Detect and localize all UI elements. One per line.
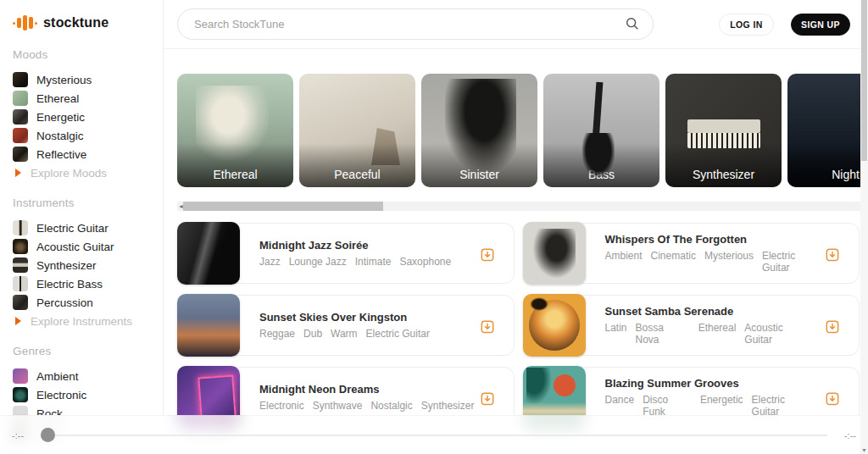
instrument-percussion-thumb-icon (13, 295, 28, 310)
sidebar-item-synthesizer[interactable]: Synthesizer (13, 256, 163, 274)
track-thumbnail[interactable] (177, 294, 240, 357)
carousel-card-label: Bass (543, 168, 659, 181)
carousel-scrollbar[interactable]: ◄ ► (177, 202, 866, 211)
page-scrollbar-thumb[interactable] (861, 0, 867, 161)
track-tag[interactable]: Reggae (259, 328, 295, 340)
sidebar-item-electronic[interactable]: Electronic (13, 385, 163, 404)
track-tags: Electronic Synthwave Nostalgic Synthesiz… (259, 400, 474, 412)
track-tag[interactable]: Warm (331, 328, 358, 340)
mood-mysterious-thumb-icon (13, 72, 28, 87)
player-duration-time: -:-- (834, 430, 856, 440)
sidebar-item-label: Nostalgic (36, 130, 84, 142)
track-tag[interactable]: Dub (303, 328, 322, 340)
app-window: stocktune Moods Mysterious Ethereal Ener… (0, 0, 868, 454)
mood-energetic-thumb-icon (13, 109, 28, 125)
sidebar-item-label: Ethereal (36, 92, 79, 105)
track-card[interactable]: Sunset Skies Over Kingston Reggae Dub Wa… (209, 295, 515, 356)
track-tag[interactable]: Saxophone (399, 256, 451, 268)
track-row-midnight-jazz-soiree: Midnight Jazz Soirée Jazz Lounge Jazz In… (177, 222, 515, 285)
track-tag[interactable]: Electric Guitar (762, 250, 813, 274)
track-card[interactable]: Midnight Jazz Soirée Jazz Lounge Jazz In… (209, 223, 515, 284)
sidebar-item-electric-guitar[interactable]: Electric Guitar (13, 219, 163, 237)
track-tag[interactable]: Synthesizer (421, 400, 475, 412)
chevron-down-icon[interactable]: ▼ (860, 447, 868, 453)
sidebar-item-ambient[interactable]: Ambient (13, 367, 163, 385)
track-tag[interactable]: Cinematic (651, 250, 696, 274)
download-icon[interactable] (479, 318, 496, 335)
play-triangle-icon (15, 317, 21, 325)
section-title-instruments: Instruments (13, 197, 163, 209)
track-tags: Ambient Cinematic Mysterious Electric Gu… (605, 250, 814, 274)
player-seek-track[interactable] (41, 435, 827, 436)
player-seek-slider[interactable] (41, 428, 827, 442)
track-tags: Latin Bossa Nova Ethereal Acoustic Guita… (605, 322, 814, 346)
track-title: Blazing Summer Grooves (605, 377, 814, 390)
sidebar-item-explore-instruments[interactable]: Explore Instruments (13, 312, 163, 330)
carousel-card-sinister[interactable]: Sinister (421, 74, 537, 187)
carousel-scrollbar-thumb[interactable] (183, 202, 383, 211)
carousel-card-bass[interactable]: Bass (543, 74, 659, 187)
logo-icon (13, 15, 37, 30)
track-tag[interactable]: Jazz (259, 256, 281, 268)
carousel-card-synthesizer[interactable]: Synthesizer (665, 74, 782, 187)
track-tag[interactable]: Mysterious (704, 250, 754, 274)
track-tag[interactable]: Energetic (700, 394, 743, 418)
section-title-genres: Genres (13, 345, 163, 357)
logo[interactable]: stocktune (13, 12, 163, 34)
sidebar-item-label: Energetic (36, 111, 85, 124)
section-title-moods: Moods (13, 48, 163, 61)
search-icon[interactable] (625, 16, 640, 31)
download-icon[interactable] (824, 318, 841, 335)
carousel-card-night[interactable]: Night (787, 74, 868, 187)
track-tag[interactable]: Lounge Jazz (289, 256, 347, 268)
track-tag[interactable]: Bossa Nova (636, 322, 690, 346)
track-tag[interactable]: Nostalgic (370, 400, 412, 412)
track-thumbnail[interactable] (177, 222, 240, 285)
sidebar-item-electric-bass[interactable]: Electric Bass (13, 274, 163, 293)
track-tag[interactable]: Disco Funk (643, 394, 692, 418)
sidebar-item-label: Electric Guitar (36, 222, 108, 235)
track-tag[interactable]: Latin (605, 322, 627, 346)
track-card[interactable]: Whispers Of The Forgotten Ambient Cinema… (555, 223, 860, 284)
mood-nostalgic-thumb-icon (13, 128, 28, 143)
instrument-electric-bass-thumb-icon (13, 276, 28, 291)
sidebar-item-ethereal[interactable]: Ethereal (13, 89, 163, 108)
sidebar-item-reflective[interactable]: Reflective (13, 145, 163, 163)
search-input[interactable] (177, 8, 654, 40)
track-card[interactable]: Sunset Samba Serenade Latin Bossa Nova E… (555, 295, 860, 356)
track-thumbnail[interactable] (523, 222, 586, 285)
instrument-electric-guitar-thumb-icon (13, 220, 28, 235)
carousel-card-ethereal[interactable]: Ethereal (177, 74, 293, 187)
carousel-card-label: Ethereal (177, 168, 293, 181)
download-icon[interactable] (479, 390, 496, 407)
category-carousel: Ethereal Peaceful Sinister Bass Synthesi… (177, 74, 868, 187)
sidebar-item-nostalgic[interactable]: Nostalgic (13, 126, 163, 145)
track-tag[interactable]: Ambient (605, 250, 643, 274)
sidebar-item-acoustic-guitar[interactable]: Acoustic Guitar (13, 237, 163, 256)
download-icon[interactable] (824, 246, 841, 263)
signup-button[interactable]: SIGN UP (791, 14, 850, 36)
track-tag[interactable]: Intimate (355, 256, 392, 268)
download-icon[interactable] (479, 246, 496, 263)
page-scrollbar[interactable]: ▼ (860, 0, 868, 454)
track-tag[interactable]: Electronic (259, 400, 304, 412)
sidebar-item-energetic[interactable]: Energetic (13, 108, 163, 126)
sidebar-item-explore-moods[interactable]: Explore Moods (13, 163, 163, 182)
track-tag[interactable]: Electric Guitar (366, 328, 430, 340)
track-tag[interactable]: Electric Guitar (752, 394, 813, 418)
player-seek-handle[interactable] (41, 428, 55, 442)
sidebar-item-label: Acoustic Guitar (36, 241, 114, 253)
carousel-card-label: Synthesizer (665, 168, 782, 181)
track-list: Midnight Jazz Soirée Jazz Lounge Jazz In… (177, 222, 860, 429)
sidebar-item-mysterious[interactable]: Mysterious (13, 70, 163, 89)
track-tag[interactable]: Dance (605, 394, 635, 418)
login-button[interactable]: LOG IN (719, 14, 774, 36)
track-tag[interactable]: Ethereal (698, 322, 737, 346)
carousel-card-peaceful[interactable]: Peaceful (299, 74, 415, 187)
explore-instruments-label: Explore Instruments (31, 315, 132, 328)
download-icon[interactable] (824, 390, 841, 407)
sidebar-item-percussion[interactable]: Percussion (13, 293, 163, 312)
track-tag[interactable]: Synthwave (313, 400, 363, 412)
track-thumbnail[interactable] (523, 294, 586, 357)
track-tag[interactable]: Acoustic Guitar (744, 322, 813, 346)
